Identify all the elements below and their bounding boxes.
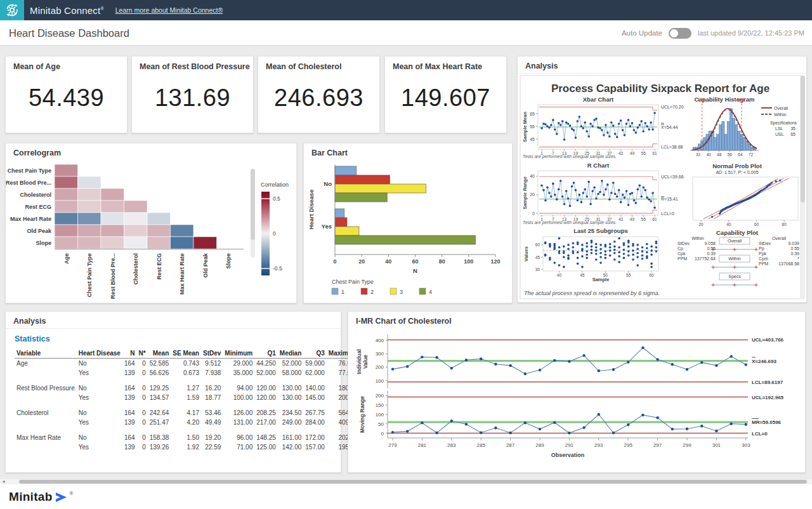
svg-text:Cholesterol: Cholesterol (133, 253, 139, 285)
minitab-footer-logo: Minitab ® (9, 490, 74, 504)
bar-legend: Chest Pain Type1234 (332, 279, 432, 295)
svg-text:Pp: Pp (759, 246, 764, 251)
scroll-left-arrow-icon[interactable]: ◄ (1, 479, 6, 484)
svg-text:Specs: Specs (728, 274, 741, 279)
stats-cell: 0 (137, 393, 148, 402)
stats-cell: 35.000 (223, 368, 254, 378)
imr-x-axis: 279281283285287289291293295297299301303 (388, 438, 750, 448)
svg-text:20: 20 (530, 192, 535, 197)
svg-text:65: 65 (530, 112, 535, 116)
kpi-value: 131.69 (132, 84, 253, 112)
horizontal-scrollbar[interactable]: ◄ (0, 479, 812, 484)
svg-text:291: 291 (565, 442, 574, 448)
stats-cell: 1.27 (171, 383, 201, 393)
svg-text:Slope: Slope (225, 253, 232, 269)
svg-text:Rest Blood Pre...: Rest Blood Pre... (110, 253, 116, 299)
individual-chart: 100200300400UCL=403.766X=246.693LCL=89.6… (376, 334, 784, 388)
svg-text:PPM: PPM (678, 256, 687, 261)
top-navbar: Minitab Connect® Learn more about Minita… (0, 0, 812, 20)
stats-cell: No (77, 383, 122, 393)
statistics-table: VariableHeart DiseaseNN*MeanSE MeanStDev… (15, 348, 360, 452)
kpi-label: Mean of Age (13, 62, 60, 71)
svg-text:49: 49 (630, 217, 635, 221)
stats-cell: 0.673 (171, 368, 201, 378)
stats-cell: 131.00 (223, 418, 254, 427)
svg-text:0.55: 0.55 (707, 246, 716, 251)
stats-cell: 1.59 (171, 393, 201, 402)
brand-title: Minitab Connect® (30, 5, 104, 16)
svg-text:0: 0 (273, 230, 276, 237)
stats-cell: 139 (122, 442, 137, 452)
stats-cell: 242.64 (148, 408, 171, 418)
imr-chart-panel: I-MR Chart of Cholesterol 100200300400UC… (348, 311, 806, 473)
svg-text:LSL: LSL (775, 126, 783, 131)
kpi-value: 54.439 (6, 84, 127, 112)
svg-text:9.058: 9.058 (704, 241, 716, 246)
svg-text:Chest Pain Type: Chest Pain Type (86, 253, 93, 297)
svg-text:Rest ECG: Rest ECG (25, 204, 51, 210)
stats-cell: 29.000 (223, 359, 254, 369)
report-title: Process Capability Sixpack Report for Ag… (551, 83, 769, 95)
stats-cell: 52.585 (148, 359, 171, 369)
stats-cell: 157.00 (303, 442, 327, 452)
minitab-connect-logo[interactable] (0, 0, 24, 20)
svg-text:300: 300 (376, 351, 384, 357)
correlogram-scrollbar[interactable] (251, 169, 255, 258)
stats-cell: 100.00 (223, 393, 254, 402)
stats-cell: 49.49 (201, 418, 223, 427)
svg-text:45: 45 (535, 255, 540, 260)
stats-cell: No (77, 408, 122, 418)
correlogram-panel: Correlogram Chest Pain TypeRest Blood Pr… (5, 143, 297, 303)
kpi-label: Mean of Rest Blood Pressure (140, 62, 250, 71)
stats-cell: 126.00 (223, 408, 254, 418)
stats-cell: 4.17 (171, 408, 201, 418)
scrollbar-thumb[interactable] (251, 169, 255, 240)
scrollbar-thumb[interactable] (19, 480, 807, 484)
page-header: Heart Disease Dashboard Auto Update last… (0, 20, 812, 46)
stats-cell: Max Heart Rate (15, 433, 77, 442)
bar-category-label: Yes (322, 223, 332, 230)
svg-text:X=54.44: X=54.44 (661, 125, 678, 129)
svg-text:Old Peak: Old Peak (27, 228, 52, 234)
stats-cell: 217.00 (254, 418, 278, 427)
statistics-section-link[interactable]: Statistics (15, 334, 50, 343)
stats-col-header: Q3 (303, 348, 327, 359)
stats-cell: No (77, 433, 122, 442)
learn-more-link[interactable]: Learn more about Minitab Connect® (115, 6, 223, 14)
svg-text:61: 61 (652, 151, 657, 155)
scrollbar-thumb[interactable] (801, 76, 805, 202)
svg-text:283: 283 (447, 442, 456, 448)
kpi-card-mean-rest-bp: Mean of Rest Blood Pressure 131.69 (131, 56, 254, 133)
brand-registered-mark: ® (100, 6, 103, 11)
panel-vertical-scrollbar[interactable] (801, 76, 805, 300)
stats-cell: 164 (122, 433, 137, 442)
stats-cell: 249.00 (278, 418, 303, 427)
svg-text:285: 285 (477, 442, 486, 448)
stats-cell (15, 442, 77, 452)
stats-cell: 44.250 (254, 359, 278, 369)
svg-text:65: 65 (790, 132, 796, 136)
stats-cell: 120.00 (254, 383, 278, 393)
svg-text:0.39: 0.39 (707, 251, 716, 256)
svg-text:150: 150 (376, 402, 384, 408)
svg-text:60: 60 (754, 222, 759, 227)
svg-text:Ppk: Ppk (759, 251, 767, 256)
svg-text:400: 400 (376, 338, 384, 343)
svg-text:293: 293 (594, 442, 603, 448)
stats-cell: 161.00 (278, 433, 303, 442)
svg-text:295: 295 (624, 442, 633, 448)
stats-cell: 148.25 (254, 433, 278, 442)
svg-text:Chest Pain Type: Chest Pain Type (332, 279, 374, 285)
svg-text:Chest Pain Type: Chest Pain Type (8, 168, 51, 174)
stats-cell: 1.50 (171, 433, 201, 442)
svg-text:40: 40 (385, 258, 391, 265)
stats-row: Yes1390139.261.9222.5971.00125.00142.001… (15, 442, 360, 452)
stats-cell: 267.75 (303, 408, 327, 418)
stats-cell: 22.59 (201, 442, 223, 452)
stats-cell: Yes (77, 442, 122, 452)
svg-text:PPM: PPM (759, 261, 768, 266)
stats-cell (15, 393, 77, 402)
svg-text:56: 56 (728, 152, 733, 157)
svg-text:45: 45 (580, 273, 585, 277)
auto-update-toggle[interactable] (669, 28, 691, 39)
